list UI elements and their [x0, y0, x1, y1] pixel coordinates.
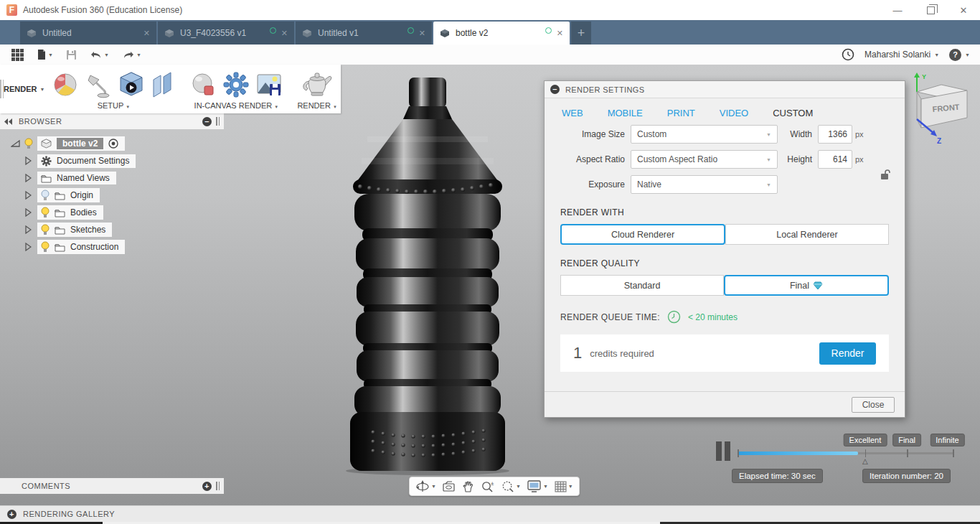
browser-header[interactable]: BROWSER –: [0, 113, 224, 129]
rendering-gallery-bar[interactable]: + RENDERING GALLERY: [0, 505, 980, 522]
tree-item-label: Bodies: [70, 207, 97, 217]
save-button[interactable]: [62, 47, 81, 62]
visibility-bulb-icon[interactable]: [41, 224, 50, 235]
folder-icon: [41, 174, 52, 183]
user-account-menu[interactable]: Maharshi Solanki▼: [864, 50, 939, 60]
visibility-bulb-off-icon[interactable]: [41, 190, 50, 201]
gallery-expand-icon[interactable]: +: [7, 510, 17, 519]
tab-web[interactable]: WEB: [562, 108, 583, 118]
tab-print[interactable]: PRINT: [667, 108, 695, 118]
appearance-sphere-icon[interactable]: [52, 71, 79, 98]
tab-close-icon[interactable]: ✕: [557, 29, 563, 38]
in-canvas-render-icon[interactable]: [189, 71, 217, 98]
expand-triangle-icon[interactable]: [25, 208, 32, 217]
render-teapot-icon[interactable]: [301, 71, 333, 98]
render-group-label[interactable]: RENDER ▼: [297, 101, 336, 112]
panel-grip-icon[interactable]: [216, 482, 220, 490]
orbit-icon: [415, 480, 430, 493]
close-dialog-button[interactable]: Close: [852, 397, 895, 413]
expand-triangle-icon[interactable]: [25, 156, 32, 165]
slider-marker-icon[interactable]: △: [862, 457, 868, 465]
capture-image-icon[interactable]: [255, 71, 283, 98]
tree-item-sketches[interactable]: Sketches: [10, 221, 224, 238]
aspect-ratio-value: Custom Aspect Ratio: [637, 154, 717, 164]
collapse-panel-icon[interactable]: [4, 118, 13, 125]
aspect-ratio-dropdown[interactable]: Custom Aspect Ratio▼: [631, 150, 778, 169]
render-settings-gear-icon[interactable]: [222, 71, 250, 98]
dialog-collapse-icon[interactable]: –: [550, 85, 560, 94]
render-settings-dialog-header[interactable]: – RENDER SETTINGS: [545, 81, 905, 98]
grid-layout-button[interactable]: ▼: [555, 481, 573, 492]
zoom-button[interactable]: ±: [481, 480, 494, 492]
help-menu[interactable]: ?▼: [949, 49, 970, 61]
redo-button[interactable]: ▼: [118, 48, 146, 62]
expand-triangle-icon[interactable]: [25, 225, 32, 234]
tab-video[interactable]: VIDEO: [720, 108, 748, 118]
comments-header[interactable]: COMMENTS +: [0, 478, 224, 494]
render-queue-time-label: RENDER QUEUE TIME:: [560, 312, 660, 322]
doc-tab-u3[interactable]: U3_F4023556 v1 ✕: [158, 22, 294, 45]
orbit-button[interactable]: ▼: [415, 480, 436, 493]
expand-triangle-icon[interactable]: [25, 191, 32, 200]
tab-close-icon[interactable]: ✕: [143, 29, 150, 38]
browser-minimize-icon[interactable]: –: [202, 117, 212, 126]
final-quality-option[interactable]: Final: [724, 275, 889, 296]
job-status-clock-icon[interactable]: [842, 48, 854, 61]
render-quality-slider[interactable]: Excellent Final Infinite △ Elapsed time:…: [738, 435, 953, 491]
height-input[interactable]: [818, 150, 852, 169]
tree-item-named-views[interactable]: Named Views: [10, 169, 224, 187]
setup-group-label[interactable]: SETUP ▼: [52, 101, 175, 112]
tree-item-bodies[interactable]: Bodies: [10, 204, 224, 221]
undo-button[interactable]: ▼: [85, 48, 113, 62]
visibility-bulb-icon[interactable]: [41, 241, 50, 253]
minimize-button[interactable]: —: [881, 0, 914, 20]
close-window-button[interactable]: ✕: [947, 0, 980, 20]
zoom-icon: ±: [481, 480, 494, 492]
tree-item-document-settings[interactable]: Document Settings: [10, 152, 224, 169]
doc-tab-untitled[interactable]: Untitled ✕: [20, 22, 156, 45]
file-menu-button[interactable]: ▼: [32, 47, 57, 62]
visibility-bulb-icon[interactable]: [24, 138, 33, 149]
render-button[interactable]: Render: [819, 342, 876, 365]
decal-planes-icon[interactable]: [151, 71, 175, 98]
bottle-3d-model[interactable]: [343, 75, 512, 477]
visibility-bulb-icon[interactable]: [41, 207, 50, 218]
display-settings-button[interactable]: ▼: [527, 480, 548, 492]
pan-button[interactable]: [462, 480, 474, 492]
scene-lamp-icon[interactable]: [85, 71, 112, 98]
restore-button[interactable]: [914, 0, 947, 20]
collapse-triangle-icon[interactable]: [11, 140, 20, 147]
tab-mobile[interactable]: MOBILE: [608, 108, 643, 118]
tab-custom[interactable]: CUSTOM: [773, 108, 813, 118]
exposure-dropdown[interactable]: Native▼: [631, 175, 778, 194]
tree-item-construction[interactable]: Construction: [10, 238, 224, 256]
cloud-renderer-option[interactable]: Cloud Renderer: [560, 224, 725, 245]
aspect-lock-open-icon[interactable]: [880, 169, 890, 180]
in-canvas-render-group-label[interactable]: IN-CANVAS RENDER ▼: [189, 101, 283, 112]
activate-component-radio-icon[interactable]: [108, 139, 118, 149]
standard-quality-option[interactable]: Standard: [560, 275, 724, 296]
texture-cube-icon[interactable]: [118, 71, 145, 98]
tree-root-bottle-v2[interactable]: bottle v2: [10, 135, 224, 152]
viewcube[interactable]: Y FRONT Z: [901, 70, 973, 146]
local-renderer-option[interactable]: Local Renderer: [725, 224, 889, 245]
width-input[interactable]: [818, 125, 852, 144]
look-at-button[interactable]: [443, 481, 456, 492]
viewport-canvas[interactable]: Y FRONT Z BROWSER –: [0, 65, 980, 505]
data-panel-button[interactable]: [7, 47, 28, 63]
comments-expand-icon[interactable]: +: [202, 482, 212, 491]
doc-tab-untitled-v1[interactable]: Untitled v1 ✕: [296, 22, 432, 45]
doc-tab-bottle-v2[interactable]: bottle v2 ✕: [433, 22, 570, 45]
image-size-dropdown[interactable]: Custom▼: [631, 125, 778, 144]
zoom-window-button[interactable]: ▼: [501, 480, 521, 492]
render-with-label: RENDER WITH: [560, 207, 889, 217]
expand-triangle-icon[interactable]: [25, 174, 32, 182]
tab-close-icon[interactable]: ✕: [419, 29, 425, 38]
expand-triangle-icon[interactable]: [25, 243, 32, 251]
tree-item-origin[interactable]: Origin: [10, 187, 224, 204]
panel-grip-icon[interactable]: [216, 117, 220, 126]
tab-close-icon[interactable]: ✕: [281, 29, 288, 38]
new-document-tab-button[interactable]: +: [571, 22, 591, 45]
pause-render-button[interactable]: [716, 441, 730, 461]
workspace-switcher[interactable]: RENDER▼: [4, 65, 44, 113]
